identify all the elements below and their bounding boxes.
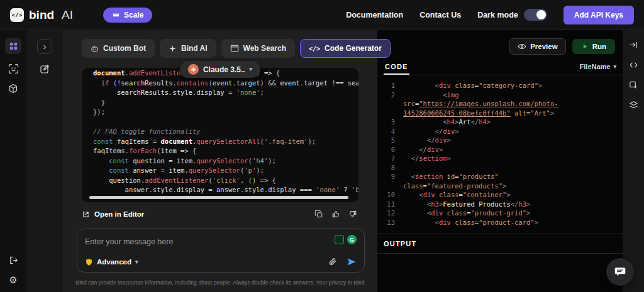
line-number: 1 xyxy=(382,81,395,90)
send-icon[interactable] xyxy=(347,257,357,267)
editor-code-line: if (!searchResults.contains(event.target… xyxy=(93,78,350,89)
header-nav: Documentation Contact Us Dark mode Add A… xyxy=(346,6,634,24)
logo-code-icon: </> xyxy=(10,8,24,22)
code-line: 4 </div> xyxy=(382,127,619,136)
settings-gear-icon[interactable]: ⚙ xyxy=(9,274,17,286)
eye-icon xyxy=(518,42,526,51)
dark-mode-toggle[interactable] xyxy=(524,9,547,21)
line-number: 12 xyxy=(382,208,395,218)
claude-icon xyxy=(188,64,199,75)
line-number: 10 xyxy=(382,190,395,200)
editor-code-line xyxy=(93,117,350,127)
scale-button-label: Scale xyxy=(124,11,143,19)
run-label: Run xyxy=(592,43,606,50)
apps-grid-icon xyxy=(9,41,18,51)
output-toolbar: Preview Run xyxy=(377,30,623,60)
tab-web-search[interactable]: Web Search xyxy=(221,39,295,58)
open-in-editor-button[interactable]: Open in Editor xyxy=(82,210,144,219)
line-number: 3 xyxy=(382,117,395,127)
model-selector-label: Claude 3.5.. xyxy=(203,65,245,74)
line-number: 9 xyxy=(382,172,395,190)
tab-custom-bot[interactable]: Custom Bot xyxy=(82,39,155,58)
new-chat-compose-icon[interactable] xyxy=(40,64,50,74)
top-header: </> bind AI Scale Documentation Contact … xyxy=(0,0,644,30)
layers-icon[interactable] xyxy=(629,100,638,110)
nav-contact-us[interactable]: Contact Us xyxy=(419,11,461,19)
scale-button[interactable]: Scale xyxy=(103,8,152,23)
green-circle-badge-icon[interactable]: G xyxy=(347,235,357,244)
filename-dropdown[interactable]: FileName ▾ xyxy=(580,63,616,75)
tab-label: Web Search xyxy=(243,44,286,53)
code-line: 2 <img src="https://images.unsplash.com/… xyxy=(382,90,619,118)
chat-bubble-icon xyxy=(614,266,626,278)
editor-code-line: }); xyxy=(93,107,350,117)
preview-button[interactable]: Preview xyxy=(509,38,565,55)
apps-grid-button[interactable] xyxy=(5,38,21,54)
editor-code-line: faqItems.forEach(item => { xyxy=(93,146,350,156)
add-api-keys-button[interactable]: Add API Keys xyxy=(564,6,634,24)
chevron-down-icon: ▾ xyxy=(613,64,616,70)
crown-icon xyxy=(112,11,120,19)
code-line: 13 <div class="product-card"> xyxy=(382,218,619,227)
tab-label: Custom Bot xyxy=(103,44,146,53)
composer-badges: G xyxy=(335,235,357,244)
feedback-buttons xyxy=(314,210,357,219)
right-icon-rail xyxy=(623,30,644,292)
logo-suffix-text: AI xyxy=(62,8,73,22)
secondary-rail: › xyxy=(26,30,63,292)
chat-panel: Custom Bot Bind AI Web Search </> Code G… xyxy=(63,30,377,292)
tab-bind-ai[interactable]: Bind AI xyxy=(160,39,216,58)
dark-mode-control: Dark mode xyxy=(477,9,547,21)
message-composer: G Advanced ▾ xyxy=(77,229,365,273)
thumbs-up-icon[interactable] xyxy=(331,210,340,219)
sandbox-cube-icon[interactable] xyxy=(8,84,18,94)
collapse-panel-icon[interactable] xyxy=(629,40,638,50)
tab-label: Code Generator xyxy=(325,44,382,53)
code-icon: </> xyxy=(309,45,320,52)
horizontal-scrollbar[interactable] xyxy=(89,196,348,199)
code-editor[interactable]: document.addEventListener('click', (even… xyxy=(82,68,358,202)
advanced-mode-dropdown[interactable]: Advanced ▾ xyxy=(85,258,138,266)
line-number: 7 xyxy=(382,154,395,163)
bind-ai-logo[interactable]: </> bind AI xyxy=(10,8,73,22)
filename-label: FileName xyxy=(580,63,611,70)
logout-icon[interactable] xyxy=(9,256,18,265)
face-scan-icon[interactable] xyxy=(8,63,19,74)
editor-code-line: // FAQ toggle functionality xyxy=(93,127,350,137)
editor-code-line: searchResults.style.display = 'none'; xyxy=(93,88,350,98)
run-button[interactable]: Run xyxy=(572,39,615,54)
editor-code-line: question.addEventListener('click', () =>… xyxy=(93,176,350,186)
code-line: 5 </div> xyxy=(382,136,619,145)
green-square-badge-icon[interactable] xyxy=(335,235,344,244)
sparkle-icon xyxy=(169,45,177,53)
output-section-label: OUTPUT xyxy=(377,234,623,254)
code-output-panel: Preview Run CODE FileName ▾ 1 <div class… xyxy=(377,30,623,292)
editor-code-line: const answer = item.querySelector('p'); xyxy=(93,166,350,176)
code-tab[interactable]: CODE xyxy=(384,60,409,75)
composer-toolbar: Advanced ▾ xyxy=(85,257,357,267)
shield-icon xyxy=(85,258,93,266)
inspect-icon[interactable] xyxy=(629,80,638,90)
code-line: 12 <div class="product-grid"> xyxy=(382,208,619,218)
nav-documentation[interactable]: Documentation xyxy=(346,11,403,19)
paperclip-icon[interactable] xyxy=(328,257,337,267)
code-line: 9 <section id="products" class="featured… xyxy=(382,172,619,190)
tab-label: Bind AI xyxy=(181,44,208,53)
line-number: 4 xyxy=(382,127,395,136)
code-line: 3 <h4>Art</h4> xyxy=(382,117,619,127)
open-external-icon xyxy=(82,210,90,219)
copy-icon[interactable] xyxy=(314,210,323,219)
chat-fab[interactable] xyxy=(606,258,634,286)
message-input[interactable] xyxy=(85,237,262,246)
chevron-right-icon: › xyxy=(43,42,47,51)
open-in-editor-label: Open in Editor xyxy=(94,210,144,218)
code-panel-icon[interactable] xyxy=(629,60,638,70)
tab-code-generator[interactable]: </> Code Generator xyxy=(300,39,391,58)
thumbs-down-icon[interactable] xyxy=(348,210,357,219)
chevron-down-icon: ▾ xyxy=(135,259,138,265)
model-selector[interactable]: Claude 3.5.. ▾ xyxy=(180,61,260,78)
disclaimer-text: Bind can provide inaccurate information,… xyxy=(73,279,367,286)
send-controls xyxy=(328,257,357,267)
toggle-knob xyxy=(536,10,546,19)
expand-sidebar-button[interactable]: › xyxy=(37,39,52,54)
